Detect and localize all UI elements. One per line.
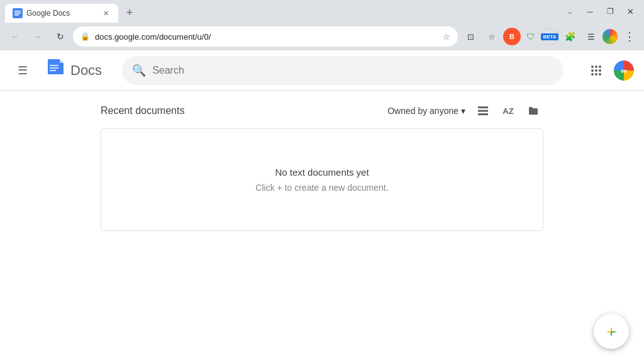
docs-area: No text documents yet Click + to create … [101,128,543,231]
address-bar-icons: ☆ [443,32,450,42]
svg-rect-3 [14,14,19,16]
svg-rect-1 [14,11,21,12]
svg-point-18 [599,73,601,76]
beta-extension-icon[interactable]: BETA [541,28,558,45]
search-input[interactable] [152,65,553,76]
owned-by-label: Owned by anyone [387,106,458,116]
svg-point-16 [591,73,594,76]
main-content: Recent documents Owned by anyone ▾ [0,91,644,364]
folder-view-button[interactable] [523,101,543,121]
svg-rect-6 [60,63,64,74]
owned-by-filter[interactable]: Owned by anyone ▾ [387,106,465,116]
svg-rect-19 [478,106,488,108]
docs-app: ☰ Docs 🔍 [0,50,644,364]
nav-bar: ← → ↻ 🔒 docs.google.com/document/u/0/ ☆ … [0,23,644,50]
search-bar[interactable]: 🔍 [122,56,564,85]
no-docs-subtitle: Click + to create a new document. [255,183,388,193]
recent-documents-label: Recent documents [101,105,184,117]
svg-point-12 [599,65,601,68]
search-icon: 🔍 [132,64,146,77]
tab-favicon [13,8,23,18]
svg-rect-20 [478,110,488,112]
docs-toolbar: Recent documents Owned by anyone ▾ [101,101,543,121]
svg-rect-2 [14,13,21,14]
app-header: ☰ Docs 🔍 [0,50,644,91]
svg-point-10 [591,65,594,68]
svg-point-14 [595,69,597,72]
account-ext-icon[interactable] [602,29,618,44]
list-icon[interactable]: ☰ [581,26,601,47]
tab-title: Google Docs [26,9,97,18]
bookmark-icon[interactable]: ☆ [443,32,450,42]
bookmark-star-icon[interactable]: ☆ [482,26,502,47]
svg-point-13 [591,69,594,72]
apps-grid-button[interactable] [584,58,609,83]
active-tab[interactable]: Google Docs ✕ [5,4,118,23]
restore-button[interactable]: ❐ [601,3,619,20]
brave-icon[interactable]: B [503,28,521,45]
close-button[interactable]: ✕ [621,3,639,20]
minimize-button[interactable]: ─ [581,3,599,20]
view-icons: AZ [473,101,543,121]
nav-right-icons: ⊡ ☆ B 🛡 BETA 🧩 ☰ ⋮ [460,26,639,47]
user-avatar[interactable]: ∞ [614,60,634,81]
shield-icon[interactable]: 🛡 [522,28,540,45]
toolbar-right: Owned by anyone ▾ AZ [387,101,543,121]
docs-logo-text: Docs [70,62,102,79]
svg-point-15 [599,69,601,72]
extensions-icon[interactable]: 🧩 [560,26,580,47]
az-label: AZ [502,106,513,116]
hamburger-menu[interactable]: ☰ [10,58,35,83]
reload-button[interactable]: ↻ [50,26,70,47]
address-bar[interactable]: 🔒 docs.google.com/document/u/0/ ☆ [73,26,458,47]
list-view-button[interactable] [473,101,493,121]
svg-point-11 [595,65,597,68]
header-right: ∞ [584,58,634,83]
beta-label: BETA [541,33,558,40]
forward-button[interactable]: → [28,26,48,47]
svg-point-17 [595,73,597,76]
carousel-icon[interactable]: ⌵ [561,3,579,20]
owned-by-chevron: ▾ [461,106,465,116]
tab-bar: Google Docs ✕ + ⌵ ─ ❐ ✕ [0,0,644,23]
svg-rect-21 [478,113,488,115]
no-docs-title: No text documents yet [275,167,369,178]
window-controls: ⌵ ─ ❐ ✕ [561,3,644,23]
browser-chrome: Google Docs ✕ + ⌵ ─ ❐ ✕ ← → ↻ 🔒 docs.goo… [0,0,644,50]
svg-rect-4 [48,59,60,74]
cast-icon[interactable]: ⊡ [460,26,480,47]
tab-close-button[interactable]: ✕ [101,8,111,18]
new-tab-button[interactable]: + [121,4,138,21]
back-button[interactable]: ← [5,26,25,47]
docs-logo: Docs [43,58,102,83]
lock-icon: 🔒 [80,32,90,41]
fab-plus-icon: + [606,322,616,341]
url-text: docs.google.com/document/u/0/ [95,32,438,42]
docs-app-icon [43,58,68,83]
sort-az-button[interactable]: AZ [498,101,518,121]
svg-marker-5 [60,59,64,63]
more-options-icon[interactable]: ⋮ [619,26,639,47]
create-fab-button[interactable]: + [594,314,629,349]
